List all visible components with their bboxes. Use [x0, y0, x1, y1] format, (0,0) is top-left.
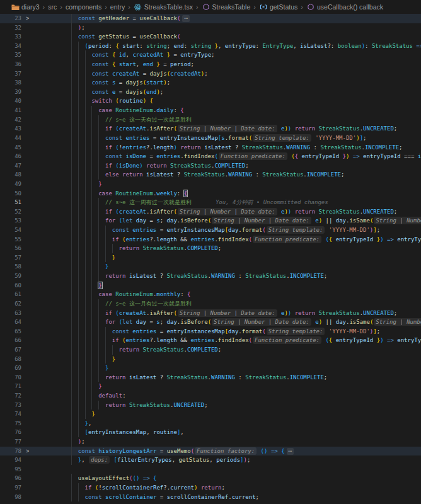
fold-chevron-icon[interactable]: > — [26, 14, 29, 23]
code-line-56[interactable]: 56return StreakStatus.COMPLETED; — [0, 244, 421, 253]
code-line-94[interactable]: 94}, deps: [filterEntryTypes, getStatus,… — [0, 455, 421, 465]
token: ? — [156, 374, 166, 381]
code-line-69[interactable]: 69} — [0, 364, 421, 373]
line-number: 78 — [0, 447, 21, 456]
code-line-71[interactable]: 71} — [0, 382, 421, 391]
code-line-40[interactable]: 40switch (routine) { — [0, 96, 421, 106]
code-line-43[interactable]: 43if (createAt.isAfter(String | Number |… — [0, 124, 421, 134]
token: const — [105, 153, 126, 159]
code-text: if (createAt.isAfter(String | Number | D… — [71, 309, 397, 318]
code-line-48[interactable]: 48else return isLatest ? StreakStatus.WA… — [0, 170, 421, 180]
token: StreakStatus — [143, 346, 184, 353]
code-line-53[interactable]: 53for (let day = s; day.isBefore(String … — [0, 216, 421, 226]
breadcrumb-item-streakstable-tsx[interactable]: StreaksTable.tsx — [134, 3, 193, 11]
code-line-70[interactable]: 70return isLatest ? StreakStatus.WARNING… — [0, 373, 421, 382]
breadcrumb-item-components[interactable]: components — [66, 3, 101, 11]
token: for — [105, 217, 115, 224]
token: StreakStatus — [143, 245, 184, 251]
code-line-75[interactable]: 75}, — [0, 419, 421, 428]
code-line-39[interactable]: 39const e = dayjs(end); — [0, 88, 421, 97]
code-line-37[interactable]: 37const createAt = dayjs(createdAt); — [0, 69, 421, 79]
token: => — [271, 448, 278, 454]
code-line-65[interactable]: 65const entries = entryInstancesMap[day.… — [0, 327, 421, 336]
code-line-54[interactable]: 54const entries = entryInstancesMap[day.… — [0, 226, 421, 235]
breadcrumb-item-getstatus[interactable]: getStatus — [259, 3, 297, 11]
code-line-78[interactable]: 78>const historyLongestArr = useMemo(Fun… — [0, 447, 421, 456]
code-line-45[interactable]: 45if (!entries?.length) return isLatest … — [0, 143, 421, 152]
token: let — [122, 319, 136, 325]
token: return — [119, 346, 140, 353]
code-line-55[interactable]: 55if (entries?.length && entries.findInd… — [0, 235, 421, 244]
line-number: 49 — [0, 180, 21, 189]
token: StreakStatus — [245, 374, 286, 381]
code-line-63[interactable]: 63if (createAt.isAfter(String | Number |… — [0, 309, 421, 318]
code-line-35[interactable]: 35const { id, createdAt } = entryType; — [0, 50, 421, 60]
breadcrumb-item-streakstable[interactable]: StreaksTable — [202, 3, 251, 11]
breadcrumb-item-entry[interactable]: entry — [110, 3, 125, 11]
token: isBefore — [180, 217, 207, 224]
code-line-47[interactable]: 47if (isDone) return StreakStatus.COMPLE… — [0, 161, 421, 171]
code-line-77[interactable]: 77); — [0, 437, 421, 447]
code-line-76[interactable]: 76[entryInstancesMap, routine], — [0, 428, 421, 437]
code-line-68[interactable]: 68} — [0, 355, 421, 364]
breadcrumb-separator-icon: › — [43, 3, 45, 11]
code-text: switch (routine) { — [71, 96, 153, 106]
code-line-51[interactable]: 51// s~e 这一周有过一次就是胜利You, 4分钟前 • Uncommit… — [0, 198, 421, 207]
code-line-32[interactable]: 32); — [0, 23, 421, 33]
code-text: const s = dayjs(start); — [71, 78, 170, 88]
code-line-96[interactable]: 96useLayoutEffect(() => { — [0, 474, 421, 483]
code-line-50[interactable]: 50case RoutineEnum.weekly: { — [0, 189, 421, 198]
token: = — [170, 52, 180, 58]
token: || — [322, 319, 336, 325]
code-line-49[interactable]: 49} — [0, 180, 421, 189]
token: createAt — [119, 125, 146, 132]
breadcrumb-item-src[interactable]: src — [48, 3, 57, 11]
code-line-42[interactable]: 42// s~e 这一天有过一次就是胜利 — [0, 115, 421, 125]
inlay-hint: String template: — [267, 226, 325, 234]
code-text: const entries = entryInstancesMap[day.fo… — [71, 226, 380, 235]
breadcrumb-item-diary3[interactable]: diary3 — [11, 3, 40, 11]
code-line-66[interactable]: 66if (entries?.length && entries.findInd… — [0, 336, 421, 345]
token: if — [105, 125, 112, 132]
code-line-23[interactable]: 23>const getHeader = useCallback(⋯ — [0, 14, 421, 23]
token: day — [228, 227, 238, 233]
code-line-95[interactable]: 95 — [0, 465, 421, 474]
token: id — [115, 52, 125, 58]
code-line-52[interactable]: 52if (createAt.isAfter(String | Number |… — [0, 207, 421, 217]
code-line-67[interactable]: 67return StreakStatus.COMPLETED; — [0, 345, 421, 355]
token: INCOMPLETE — [365, 144, 399, 151]
breadcrumb-item-usecallback-callback[interactable]: useCallback() callback — [306, 3, 383, 11]
token: ( — [173, 125, 176, 132]
code-line-73[interactable]: 73return StreakStatus.UNCREATED; — [0, 401, 421, 410]
token: StreakStatus — [319, 310, 360, 316]
code-line-59[interactable]: 59return isLatest ? StreakStatus.WARNING… — [0, 272, 421, 281]
token: default — [98, 392, 122, 399]
code-line-44[interactable]: 44const entries = entryInstancesMap[s.fo… — [0, 134, 421, 143]
token: return — [180, 144, 201, 151]
code-line-60[interactable]: 60} — [0, 281, 421, 290]
token: && — [177, 337, 191, 343]
token: isLatest — [204, 144, 231, 151]
token: UNCREATED — [363, 209, 394, 215]
code-text: const getStatus = useCallback( — [71, 32, 180, 42]
code-line-34[interactable]: 34(period: { start: string; end: string … — [0, 42, 421, 51]
code-line-62[interactable]: 62// s~e 这一月有过一次就是胜利 — [0, 299, 421, 309]
code-line-38[interactable]: 38const s = dayjs(start); — [0, 78, 421, 88]
code-line-74[interactable]: 74} — [0, 410, 421, 419]
code-line-98[interactable]: 98const scrollContainer = scrollContaine… — [0, 493, 421, 502]
token: ; — [399, 144, 402, 151]
code-line-97[interactable]: 97if (!scrollContainerRef?.current) retu… — [0, 483, 421, 493]
fold-chevron-icon[interactable]: > — [26, 447, 29, 456]
code-editor[interactable]: 23>const getHeader = useCallback(⋯32);33… — [0, 14, 421, 501]
code-line-61[interactable]: 61case RoutineEnum.monthly: { — [0, 290, 421, 299]
token: ( — [249, 135, 252, 141]
code-line-72[interactable]: 72default: — [0, 391, 421, 401]
code-line-46[interactable]: 46const isDone = entries.findIndex(Funct… — [0, 152, 421, 161]
code-line-58[interactable]: 58} — [0, 262, 421, 272]
code-line-33[interactable]: 33const getStatus = useCallback( — [0, 32, 421, 42]
code-line-41[interactable]: 41case RoutineEnum.daily: { — [0, 106, 421, 115]
code-line-36[interactable]: 36const { start, end } = period; — [0, 60, 421, 69]
code-line-64[interactable]: 64for (let day = s; day.isBefore(String … — [0, 318, 421, 327]
code-line-57[interactable]: 57} — [0, 253, 421, 263]
token: ; — [218, 346, 221, 353]
